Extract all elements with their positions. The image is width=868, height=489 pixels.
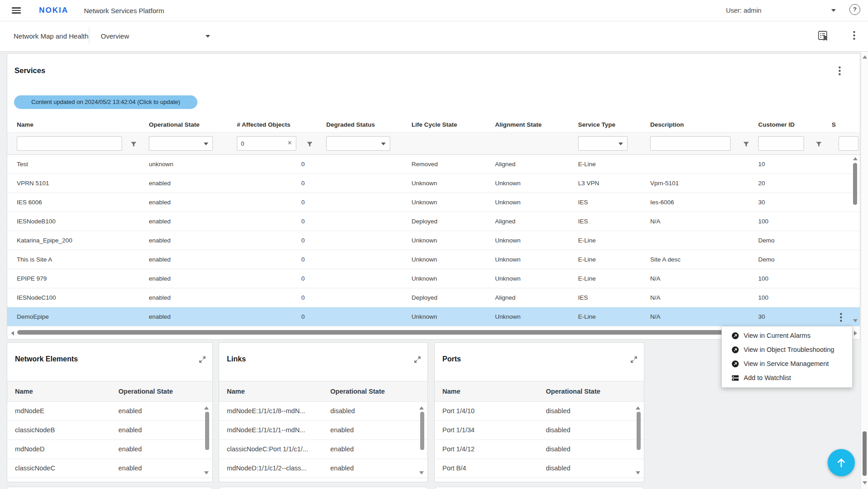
chevron-down-icon bbox=[831, 9, 836, 12]
view-selector[interactable]: Overview bbox=[101, 32, 129, 40]
table-row[interactable]: IES 6006enabled0UnknownUnknownIESIes-600… bbox=[7, 193, 860, 212]
column-header[interactable]: Operational State bbox=[118, 381, 173, 401]
clear-filter-icon[interactable]: ✕ bbox=[287, 139, 292, 146]
service-type-filter-select[interactable] bbox=[578, 136, 628, 151]
scroll-left-arrow[interactable] bbox=[11, 331, 14, 336]
scroll-right-arrow[interactable] bbox=[854, 331, 857, 336]
vertical-scrollbar-thumb[interactable] bbox=[637, 412, 641, 450]
menu-item[interactable]: Add to Watchlist bbox=[722, 371, 852, 385]
horizontal-scrollbar-thumb[interactable] bbox=[17, 330, 740, 335]
scroll-down-arrow[interactable] bbox=[863, 481, 867, 484]
column-header[interactable]: Operational State bbox=[330, 381, 385, 401]
user-menu[interactable]: User: admin bbox=[726, 7, 761, 14]
table-cell: E-Line bbox=[578, 250, 647, 269]
hamburger-menu-icon[interactable] bbox=[12, 7, 21, 14]
column-header[interactable]: Operational State bbox=[546, 381, 600, 401]
column-header[interactable]: Alignment State bbox=[495, 117, 575, 132]
panel-kebab-icon[interactable] bbox=[839, 66, 841, 77]
scroll-down-arrow[interactable] bbox=[853, 319, 858, 322]
table-row[interactable]: DemoEpipeenabled0UnknownUnknownE-LineN/A… bbox=[7, 307, 860, 326]
table-cell: Unknown bbox=[412, 193, 492, 212]
list-item[interactable]: Port 1/1/34disabled bbox=[435, 421, 644, 440]
page-scrollbar[interactable] bbox=[861, 52, 868, 489]
table-row[interactable]: Testunknown0RemovedAlignedE-Line10 bbox=[7, 155, 860, 174]
scroll-up-arrow[interactable] bbox=[863, 55, 867, 59]
panel-hscrollbar-edge bbox=[434, 487, 644, 489]
list-item[interactable]: Port 1/4/12disabled bbox=[435, 440, 644, 459]
table-cell: enabled bbox=[149, 193, 234, 212]
list-item[interactable]: classicNodeCenabled bbox=[7, 459, 212, 478]
list-item[interactable]: mdNodeE:1/1/c1/1--mdN...enabled bbox=[219, 421, 427, 440]
scroll-down-arrow[interactable] bbox=[204, 471, 209, 474]
kebab-menu-icon[interactable] bbox=[853, 31, 855, 42]
menu-item[interactable]: View in Current Alarms bbox=[722, 329, 852, 343]
column-header[interactable]: # Affected Objects bbox=[237, 117, 325, 132]
scroll-up-arrow[interactable] bbox=[204, 406, 209, 410]
table-cell: enabled bbox=[149, 231, 234, 250]
description-filter-input[interactable] bbox=[650, 136, 731, 151]
name-filter-input[interactable] bbox=[17, 136, 122, 151]
list-item[interactable]: mdNodeEenabled bbox=[7, 402, 212, 421]
expand-icon[interactable] bbox=[631, 356, 637, 365]
table-cell: enabled bbox=[330, 421, 354, 440]
column-header[interactable]: Degraded Status bbox=[326, 117, 408, 132]
table-cell: L3 VPN bbox=[578, 174, 647, 193]
column-header[interactable]: Name bbox=[15, 381, 33, 401]
table-row[interactable]: IESNodeC100enabled0DeployedAlignedIESN/A… bbox=[7, 288, 860, 307]
expand-icon[interactable] bbox=[199, 356, 206, 365]
filter-funnel-icon[interactable] bbox=[131, 141, 137, 149]
column-header[interactable]: Life Cycle State bbox=[412, 117, 492, 132]
scroll-to-top-button[interactable] bbox=[828, 449, 855, 476]
vertical-scrollbar-thumb[interactable] bbox=[420, 412, 424, 450]
menu-item[interactable]: View in Object Troubleshooting bbox=[722, 343, 852, 357]
list-item[interactable]: classicNodeC:Port 1/1/c1/...enabled bbox=[219, 440, 427, 459]
menu-item[interactable]: View in Service Management bbox=[722, 357, 852, 371]
list-item[interactable]: Port B/4disabled bbox=[435, 459, 644, 478]
filter-funnel-icon[interactable] bbox=[307, 141, 313, 149]
scroll-up-arrow[interactable] bbox=[853, 157, 858, 160]
table-cell: mdNodeE:1/1/c1/1--mdN... bbox=[227, 421, 324, 440]
page-scrollbar-thumb[interactable] bbox=[863, 431, 867, 476]
scroll-down-arrow[interactable] bbox=[636, 471, 640, 474]
row-kebab-icon[interactable] bbox=[840, 313, 842, 324]
truncated-filter-input[interactable] bbox=[839, 136, 858, 151]
help-icon[interactable]: ? bbox=[849, 4, 860, 15]
table-cell: enabled bbox=[118, 402, 142, 420]
content-updated-banner[interactable]: Content updated on 2024/05/2 13:42:04 (C… bbox=[14, 95, 197, 109]
scroll-up-arrow[interactable] bbox=[636, 406, 640, 410]
scroll-up-arrow[interactable] bbox=[419, 406, 424, 410]
table-row[interactable]: Katarina_Epipe_200enabled0UnknownUnknown… bbox=[7, 231, 860, 250]
column-header[interactable]: Operational State bbox=[149, 117, 234, 132]
column-header[interactable]: Name bbox=[442, 381, 461, 401]
column-header[interactable]: Name bbox=[17, 117, 145, 132]
vertical-scrollbar-thumb[interactable] bbox=[853, 163, 857, 205]
customer-id-filter-input[interactable] bbox=[758, 136, 804, 151]
degraded-status-filter-select[interactable] bbox=[326, 136, 390, 151]
panel-rows: Port 1/4/10disabledPort 1/1/34disabledPo… bbox=[435, 402, 644, 478]
list-item[interactable]: Port 1/4/10disabled bbox=[435, 402, 644, 421]
filter-funnel-icon[interactable] bbox=[743, 141, 749, 149]
filter-funnel-icon[interactable] bbox=[816, 141, 822, 149]
column-header[interactable]: Customer ID bbox=[758, 117, 829, 132]
operational-state-filter-select[interactable] bbox=[149, 136, 213, 151]
table-row[interactable]: VPRN 5101enabled0UnknownUnknownL3 VPNVpr… bbox=[7, 174, 860, 193]
table-cell: 0 bbox=[301, 269, 329, 288]
list-item[interactable]: classicNodeBenabled bbox=[7, 421, 212, 440]
list-item[interactable]: mdNodeD:1/1/c1/2--class...enabled bbox=[219, 459, 427, 478]
scroll-down-arrow[interactable] bbox=[419, 471, 424, 474]
table-row[interactable]: EPIPE 979enabled0UnknownUnknownE-LineN/A… bbox=[7, 269, 860, 288]
list-item[interactable]: mdNodeDenabled bbox=[7, 440, 212, 459]
table-row[interactable]: This is Site Aenabled0UnknownUnknownE-Li… bbox=[7, 250, 860, 269]
column-header[interactable]: Description bbox=[650, 117, 755, 132]
table-row[interactable]: IESNodeB100enabled0DeployedAlignedIESN/A… bbox=[7, 212, 860, 231]
table-cell: Unknown bbox=[495, 174, 575, 193]
vertical-scrollbar-thumb[interactable] bbox=[205, 412, 209, 450]
table-cell: Port 1/4/10 bbox=[442, 402, 540, 420]
column-header[interactable]: S bbox=[832, 117, 844, 132]
table-cell: N/A bbox=[650, 269, 755, 288]
list-item[interactable]: mdNodeE:1/1/c1/8--mdN...disabled bbox=[219, 402, 427, 421]
column-header[interactable]: Service Type bbox=[578, 117, 647, 132]
column-header[interactable]: Name bbox=[227, 381, 245, 401]
report-icon[interactable] bbox=[817, 30, 829, 44]
expand-icon[interactable] bbox=[414, 356, 421, 365]
